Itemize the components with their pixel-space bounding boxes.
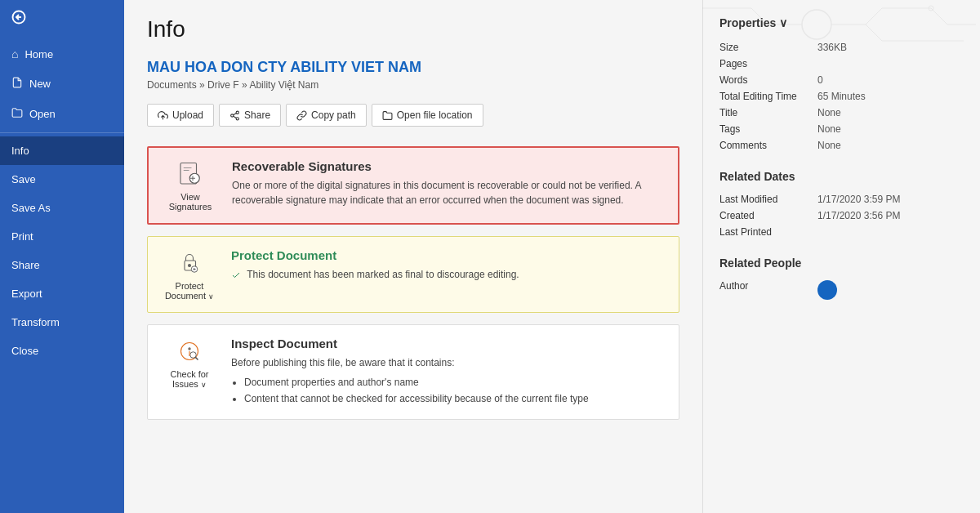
protect-icon-label: ProtectDocument ∨ (165, 281, 214, 301)
sidebar-item-open[interactable]: Open (0, 99, 124, 129)
inspect-icon-label: Check forIssues ∨ (170, 369, 208, 389)
avatar (817, 280, 837, 300)
sidebar-item-export[interactable]: Export (0, 279, 124, 308)
prop-words-label: Words (719, 72, 817, 88)
page-title: Info (147, 16, 679, 42)
copy-path-icon (296, 110, 307, 121)
sidebar-item-save-as[interactable]: Save As (0, 194, 124, 222)
protect-icon-area[interactable]: ProtectDocument ∨ (161, 248, 218, 301)
signatures-icon-label: ViewSignatures (169, 192, 212, 212)
share-button[interactable]: Share (219, 104, 281, 127)
sidebar-item-print[interactable]: Print (0, 222, 124, 251)
upload-icon (158, 110, 168, 121)
sidebar-item-home[interactable]: ⌂ Home (0, 39, 124, 69)
back-button[interactable] (0, 0, 124, 34)
protect-icon (175, 248, 204, 278)
author-row: Author (719, 278, 964, 305)
protect-card-body: Protect Document This document has been … (231, 248, 666, 282)
prop-pages-value (817, 56, 964, 72)
prop-editing-time-value: 65 Minutes (817, 88, 964, 105)
created-label: Created (719, 207, 817, 224)
related-dates-header: Related Dates (719, 170, 964, 183)
svg-point-16 (231, 114, 234, 116)
last-modified-label: Last Modified (719, 191, 817, 207)
prop-tags-label: Tags (719, 121, 817, 137)
sidebar-item-share[interactable]: Share (0, 251, 124, 279)
prop-size-value: 336KB (817, 39, 964, 56)
prop-pages-row: Pages (719, 56, 964, 72)
open-location-icon (382, 110, 393, 121)
prop-pages-label: Pages (719, 56, 817, 72)
sidebar-item-info[interactable]: Info (0, 136, 124, 165)
signatures-card-title: Recoverable Signatures (232, 159, 665, 173)
prop-comments-label: Comments (719, 137, 817, 154)
prop-tags-row: Tags None (719, 121, 964, 137)
inspect-list-item: Content that cannot be checked for acces… (244, 391, 666, 406)
protect-check-icon (231, 270, 241, 280)
svg-line-19 (234, 113, 237, 114)
new-icon (11, 77, 23, 91)
svg-point-15 (236, 111, 238, 114)
sidebar-item-new[interactable]: New (0, 69, 124, 99)
open-icon (11, 107, 23, 121)
share-icon (229, 110, 240, 121)
inspect-card: Check forIssues ∨ Inspect Document Befor… (147, 324, 679, 420)
sidebar: ⌂ Home New Open Info Save Save As Print (0, 0, 124, 513)
left-panel: Info MAU HOA DON CTY ABILITY VIET NAM Do… (124, 0, 702, 513)
prop-editing-time-label: Total Editing Time (719, 88, 817, 105)
svg-point-32 (189, 348, 190, 350)
main-content: Info MAU HOA DON CTY ABILITY VIET NAM Do… (124, 0, 980, 513)
created-value: 1/17/2020 3:56 PM (817, 207, 964, 224)
svg-point-17 (236, 117, 238, 119)
inspect-icon-area[interactable]: Check forIssues ∨ (161, 337, 218, 389)
document-title: MAU HOA DON CTY ABILITY VIET NAM (147, 59, 679, 76)
signatures-icon-area[interactable]: ViewSignatures (162, 159, 219, 212)
inspect-card-body: Inspect Document Before publishing this … (231, 337, 666, 408)
prop-editing-time-row: Total Editing Time 65 Minutes (719, 88, 964, 105)
sidebar-item-transform[interactable]: Transform (0, 308, 124, 337)
protect-card-title: Protect Document (231, 248, 666, 262)
author-label: Author (719, 278, 817, 305)
inspect-card-list: Document properties and author's name Co… (231, 375, 666, 406)
related-people-table: Author (719, 278, 964, 305)
properties-table: Size 336KB Pages Words 0 Total Editing T… (719, 39, 964, 154)
prop-comments-value: None (817, 137, 964, 154)
last-modified-row: Last Modified 1/17/2020 3:59 PM (719, 191, 964, 207)
breadcrumb: Documents » Drive F » Ability Việt Nam (147, 79, 679, 91)
upload-button[interactable]: Upload (147, 104, 214, 127)
sidebar-item-save[interactable]: Save (0, 165, 124, 194)
prop-title-label: Title (719, 105, 817, 121)
prop-tags-value: None (817, 121, 964, 137)
prop-words-value: 0 (817, 72, 964, 88)
sidebar-nav: ⌂ Home New Open Info Save Save As Print (0, 34, 124, 365)
last-printed-label: Last Printed (719, 224, 817, 240)
prop-size-row: Size 336KB (719, 39, 964, 56)
svg-line-18 (234, 116, 237, 118)
author-value (817, 278, 964, 305)
prop-title-value: None (817, 105, 964, 121)
open-file-location-button[interactable]: Open file location (372, 104, 483, 127)
properties-header[interactable]: Properties ∨ (719, 16, 964, 29)
inspect-icon (175, 337, 204, 366)
inspect-card-title: Inspect Document (231, 337, 666, 350)
signatures-card-text: One or more of the digital signatures in… (232, 178, 665, 207)
right-panel: Properties ∨ Size 336KB Pages Words 0 To… (702, 0, 980, 513)
related-people-header: Related People (719, 256, 964, 270)
created-row: Created 1/17/2020 3:56 PM (719, 207, 964, 224)
related-dates-table: Last Modified 1/17/2020 3:59 PM Created … (719, 191, 964, 240)
prop-comments-row: Comments None (719, 137, 964, 154)
prop-size-label: Size (719, 39, 817, 56)
inspect-list-item: Document properties and author's name (244, 375, 666, 390)
copy-path-button[interactable]: Copy path (286, 104, 367, 127)
signatures-card: ViewSignatures Recoverable Signatures On… (147, 146, 679, 225)
home-icon: ⌂ (11, 47, 18, 60)
last-printed-row: Last Printed (719, 224, 964, 240)
protect-card-text: This document has been marked as final t… (231, 267, 666, 282)
action-buttons: Upload Share Copy path Open file locatio… (147, 104, 679, 127)
last-modified-value: 1/17/2020 3:59 PM (817, 191, 964, 207)
prop-title-row: Title None (719, 105, 964, 121)
sidebar-item-close[interactable]: Close (0, 337, 124, 365)
inspect-card-intro: Before publishing this file, be aware th… (231, 355, 666, 370)
protect-card: ProtectDocument ∨ Protect Document This … (147, 236, 679, 313)
svg-line-31 (195, 357, 198, 359)
